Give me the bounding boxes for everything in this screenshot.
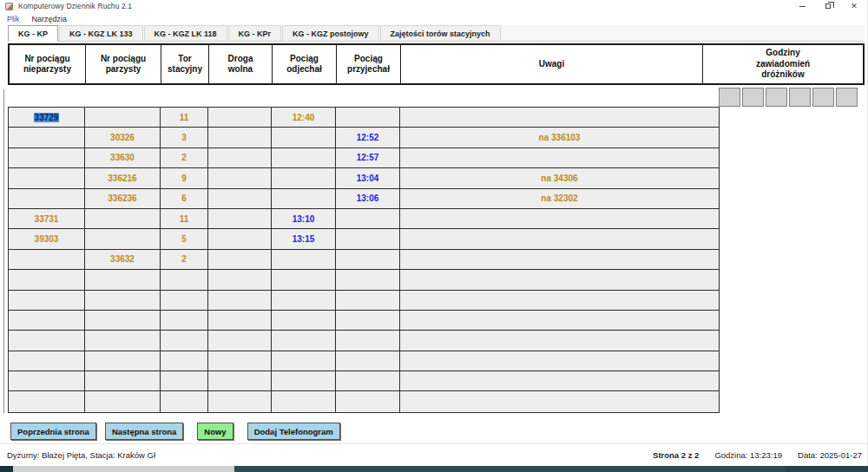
grid-cell[interactable] <box>9 148 85 167</box>
grid-cell[interactable]: 336236 <box>85 189 161 208</box>
grid-cell[interactable] <box>272 371 336 390</box>
grid-cell[interactable] <box>208 128 272 147</box>
taskbar-start-corner[interactable] <box>0 466 13 472</box>
watch-cell[interactable] <box>789 88 811 107</box>
grid-cell[interactable] <box>272 250 336 269</box>
table-row[interactable] <box>9 391 719 411</box>
grid-cell[interactable] <box>336 371 400 390</box>
grid-cell[interactable] <box>161 371 208 390</box>
grid-cell[interactable] <box>272 311 336 330</box>
grid-cell[interactable] <box>85 391 161 411</box>
grid-cell[interactable] <box>85 351 161 370</box>
grid-cell[interactable] <box>161 331 208 350</box>
grid-cell[interactable] <box>9 291 85 310</box>
grid-cell[interactable]: 33731 <box>9 209 85 228</box>
grid-cell[interactable] <box>85 229 161 248</box>
menu-item-plik[interactable]: Plik <box>7 15 20 23</box>
table-row[interactable] <box>9 351 719 371</box>
grid-cell[interactable] <box>336 250 400 269</box>
tab-5[interactable]: Zajętości torów stacyjnych <box>380 25 501 41</box>
grid-cell[interactable] <box>208 168 272 187</box>
grid-cell[interactable]: 13:04 <box>336 168 400 187</box>
grid-cell[interactable] <box>272 291 336 310</box>
grid-cell[interactable] <box>400 291 719 310</box>
grid-cell[interactable] <box>9 270 85 289</box>
close-button[interactable]: ✕ <box>841 0 867 12</box>
grid-cell[interactable] <box>208 391 272 411</box>
grid-cell[interactable] <box>336 108 400 127</box>
new-button[interactable]: Nowy <box>197 423 233 440</box>
table-row[interactable]: 336236613:06na 32302 <box>9 189 719 209</box>
grid-cell[interactable] <box>272 168 336 187</box>
grid-cell[interactable] <box>161 270 208 289</box>
grid-cell[interactable] <box>208 229 272 248</box>
grid-cell[interactable]: 2 <box>161 250 208 269</box>
grid-cell[interactable]: 2 <box>161 148 208 167</box>
grid-cell[interactable] <box>400 351 719 370</box>
grid-cell[interactable] <box>161 351 208 370</box>
table-row[interactable]: 336216913:04na 34306 <box>9 168 719 188</box>
grid-cell[interactable] <box>9 351 85 370</box>
grid-cell[interactable] <box>336 331 400 350</box>
grid-cell[interactable] <box>208 148 272 167</box>
grid-cell[interactable] <box>400 371 719 390</box>
grid-cell[interactable] <box>336 391 400 411</box>
grid-cell[interactable] <box>336 209 400 228</box>
grid-cell[interactable]: 12:40 <box>272 108 336 127</box>
grid-cell[interactable]: 5 <box>161 229 208 248</box>
grid-cell[interactable] <box>400 148 719 167</box>
grid-cell[interactable]: na 32302 <box>400 189 719 208</box>
previous-page-button[interactable]: Poprzednia strona <box>10 423 96 440</box>
grid-cell[interactable]: na 336103 <box>400 128 719 147</box>
grid-cell[interactable] <box>85 270 161 289</box>
taskbar[interactable] <box>0 466 868 472</box>
grid-cell[interactable]: 13:06 <box>336 189 400 208</box>
grid-cell[interactable] <box>400 311 719 330</box>
grid-cell[interactable] <box>208 331 272 350</box>
table-row[interactable]: 33630212:57 <box>9 148 719 168</box>
grid-cell[interactable] <box>161 391 208 411</box>
table-row[interactable]: 336322 <box>9 250 719 270</box>
grid-cell[interactable] <box>85 371 161 390</box>
grid-cell[interactable] <box>9 391 85 411</box>
grid-cell[interactable] <box>336 291 400 310</box>
grid-cell[interactable]: 6 <box>161 189 208 208</box>
grid-cell[interactable] <box>336 270 400 289</box>
grid-cell[interactable] <box>272 270 336 289</box>
grid-cell[interactable]: 11 <box>161 108 208 127</box>
table-row[interactable] <box>9 371 719 391</box>
grid-cell[interactable] <box>208 270 272 289</box>
grid-cell[interactable] <box>400 270 719 289</box>
grid-cell[interactable]: 12:57 <box>336 148 400 167</box>
tab-2[interactable]: KG - KGZ LK 118 <box>144 25 227 41</box>
grid-cell[interactable] <box>208 209 272 228</box>
grid-cell[interactable]: 33632 <box>85 250 161 269</box>
grid-cell[interactable] <box>9 189 85 208</box>
grid-cell[interactable] <box>400 209 719 228</box>
grid-cell[interactable]: 11 <box>161 209 208 228</box>
grid-cell[interactable] <box>85 108 161 127</box>
grid-cell[interactable] <box>336 311 400 330</box>
grid-cell[interactable] <box>208 108 272 127</box>
grid-cell[interactable] <box>400 108 719 127</box>
grid-cell[interactable]: 13:15 <box>272 229 336 248</box>
grid-cell[interactable] <box>161 311 208 330</box>
grid-cell[interactable] <box>400 391 719 411</box>
watch-cell[interactable] <box>766 88 787 107</box>
grid-cell[interactable]: 33630 <box>85 148 161 167</box>
table-row[interactable]: 337311113:10 <box>9 209 719 229</box>
menu-item-narzedzia[interactable]: Narzędzia <box>32 15 68 23</box>
tab-1[interactable]: KG - KGZ LK 133 <box>59 25 143 41</box>
grid-cell[interactable] <box>272 351 336 370</box>
table-row[interactable] <box>9 270 719 290</box>
grid-cell[interactable] <box>208 371 272 390</box>
grid-cell[interactable] <box>208 250 272 269</box>
watch-cell[interactable] <box>836 88 858 107</box>
tab-0[interactable]: KG - KP <box>8 25 58 42</box>
table-row[interactable]: 337291112:40 <box>9 108 719 128</box>
grid-cell[interactable]: 30326 <box>85 128 161 147</box>
grid-cell[interactable] <box>272 189 336 208</box>
table-row[interactable]: 39303513:15 <box>9 229 719 249</box>
grid-cell[interactable] <box>208 291 272 310</box>
grid-cell[interactable]: na 34306 <box>400 168 719 187</box>
